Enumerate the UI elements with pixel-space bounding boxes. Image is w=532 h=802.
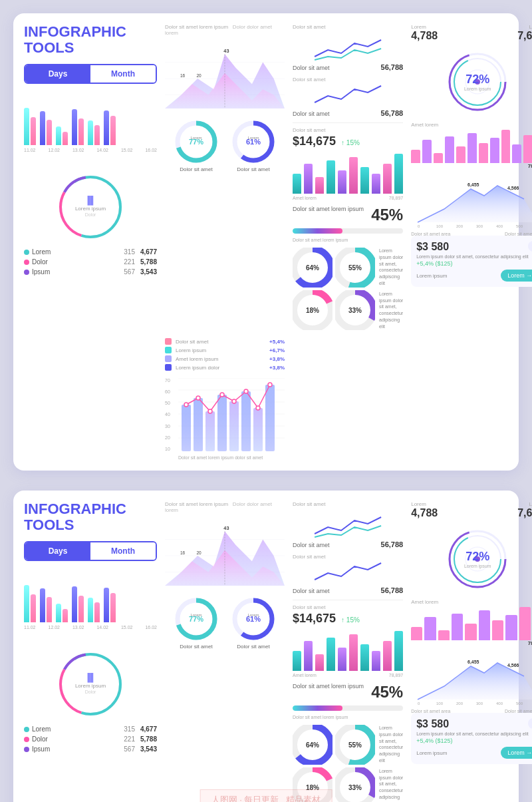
lorem-ipsum-label: Lorem ipsum	[416, 273, 447, 279]
pie-33-container-2: 33%	[335, 767, 375, 802]
s-bar-2-5	[465, 624, 476, 640]
metric-chart-2: Dolor sit amet Dolor sit amet 56,788	[293, 501, 403, 548]
bar-group-5	[88, 120, 100, 145]
v-bar-2-4	[327, 638, 335, 671]
s-bar-6	[467, 133, 477, 163]
v-bar-5	[338, 170, 346, 194]
v-bar-10	[394, 154, 403, 194]
donut-61-caption-2: Dolor sit amet	[230, 644, 277, 650]
legend-row-1: Lorem 315 4,677	[24, 248, 157, 256]
bar-label-2-6: 16.02	[145, 625, 157, 630]
bar-chart-section: 11.02 12.02 13.02 14.02 15.02 16.02	[24, 92, 157, 166]
s-bar-2-6	[479, 610, 490, 640]
bar-blue-2-4	[72, 586, 77, 622]
price-value-2: $3 580	[416, 718, 449, 730]
main-donut: ▐▌ Lorem ipsumDolor	[57, 174, 124, 240]
metric-mini-2b: Dolor sit amet Dolor sit amet 56,788	[293, 554, 403, 594]
right-header-left-2: Lorem 4,788	[411, 501, 438, 519]
svg-text:6,455: 6,455	[467, 182, 479, 188]
line-chart-svg	[178, 378, 285, 451]
small-bar-chart-2	[411, 607, 532, 640]
pie-top-row-2: 64% 55%	[293, 725, 375, 765]
progress-sub-label: Dolor sit amet lorem ipsum	[293, 238, 403, 242]
top-metrics-row: Dolor sit amet Dolor sit amet 56,788	[293, 24, 403, 71]
big-metric-section-2: Dolor sit amet $14,675 ↑ 15%	[293, 600, 403, 626]
s-bar-2-7	[492, 620, 503, 640]
pie-64: 64%	[293, 248, 332, 288]
pie-row: 64% 55%	[293, 248, 403, 330]
donut-center-2: ▐▌ Lorem ipsumDolor	[75, 674, 106, 696]
progress-sub-label-2: Dolor sit amet lorem ipsum	[293, 715, 403, 719]
v-bar-7	[360, 167, 369, 194]
legend-item-4: Lorem ipsum dolor +3,8%	[165, 364, 285, 371]
legend-num1-1: 315	[124, 248, 135, 256]
tab-group-2[interactable]: Days Month	[24, 541, 157, 561]
bar-label-2-4: 14.02	[96, 625, 108, 630]
bar-blue-2-6	[104, 588, 109, 622]
small-donut-row: Lorem 77% Dolor sit amet Lorem 61% Dolo	[165, 118, 285, 172]
donut-61-caption: Dolor sit amet	[230, 166, 277, 172]
bar-pink-2-2	[47, 597, 52, 622]
title-line2: TOOLS	[24, 40, 157, 56]
vbar-labels-2: Amet lorem 78,897	[293, 673, 403, 678]
legend-num2-1: 4,677	[140, 248, 157, 256]
bar-cyan-2-1	[24, 585, 29, 622]
svg-rect-31	[241, 391, 251, 451]
legend-name-2-1: Lorem	[32, 725, 124, 733]
gauge-center: 72% Lorem ipsum	[464, 73, 491, 91]
s-bar-3	[434, 153, 443, 163]
metric-dolor-label2: Dolor sit amet	[293, 110, 330, 117]
s-bar-1	[411, 150, 420, 163]
learn-button-2[interactable]: Lorem →	[501, 747, 532, 759]
area-chart-svg: 43 16 20	[165, 39, 285, 118]
metric-dolor-label2b: Dolor sit amet	[293, 588, 330, 594]
metric-label-dolor-2: Dolor sit amet	[293, 542, 330, 548]
svg-text:500: 500	[516, 224, 523, 228]
infographic-title-2: INFOGRAPHIC TOOLS	[24, 501, 157, 533]
y-50: 50	[165, 401, 170, 405]
v-bar-4	[327, 160, 335, 194]
pie-33: 33%	[335, 290, 375, 330]
bar-group-3	[56, 126, 68, 145]
legend-box-4	[165, 364, 172, 371]
bar-blue-6	[104, 110, 109, 145]
v-bar-2-10	[394, 631, 403, 671]
metric-value-dolor2: 56,788	[381, 109, 404, 117]
pie-64-label-2: 64%	[306, 741, 319, 749]
s-bar-5	[456, 146, 466, 163]
svg-point-36	[208, 409, 212, 413]
s-bar-10	[512, 144, 521, 163]
question-icon: ?	[528, 241, 532, 252]
tab-days[interactable]: Days	[25, 65, 90, 83]
bar-label-2: 12.02	[48, 148, 60, 152]
svg-rect-30	[229, 401, 239, 451]
price-description: Lorem ipsum dolor sit amet, consectetur …	[416, 254, 532, 259]
svg-point-38	[232, 399, 236, 403]
price-description-2: Lorem ipsum dolor sit amet, consectetur …	[416, 731, 532, 736]
bar-cyan-2-5	[88, 598, 93, 622]
pie-33-container: 33%	[335, 290, 375, 330]
svg-text:6,455: 6,455	[467, 660, 479, 665]
svg-text:4,566: 4,566	[507, 186, 519, 191]
pie-55-label: 55%	[348, 264, 362, 272]
area-fill-svg: 0 100 200 300 400 500 6,455 4,566	[411, 176, 532, 229]
bar-group-6	[104, 110, 116, 145]
dashboard-card-1: INFOGRAPHIC TOOLS Days Month	[13, 13, 519, 471]
bar-pink-4	[78, 118, 84, 145]
pie-64-label: 64%	[306, 264, 319, 272]
tab-month-2[interactable]: Month	[90, 542, 156, 560]
progress-label: Dolor sit amet lorem ipsum 45%	[293, 206, 403, 224]
gauge-72-lbl: Lorem ipsum	[464, 87, 491, 91]
v-bar-2-3	[315, 654, 324, 671]
learn-button[interactable]: Lorem →	[501, 270, 532, 282]
pie-33-label: 33%	[348, 307, 362, 314]
price-value: $3 580	[416, 241, 449, 253]
tab-days-2[interactable]: Days	[25, 542, 90, 560]
tab-group[interactable]: Days Month	[24, 64, 157, 84]
bar-label-2-2: 12.02	[48, 625, 60, 630]
svg-point-35	[196, 396, 200, 400]
lorem-label-right: Lorem	[517, 24, 532, 30]
big-metric-row-2: $14,675 ↑ 15%	[293, 612, 403, 626]
line-mini-2b	[293, 560, 403, 586]
tab-month[interactable]: Month	[90, 65, 156, 83]
